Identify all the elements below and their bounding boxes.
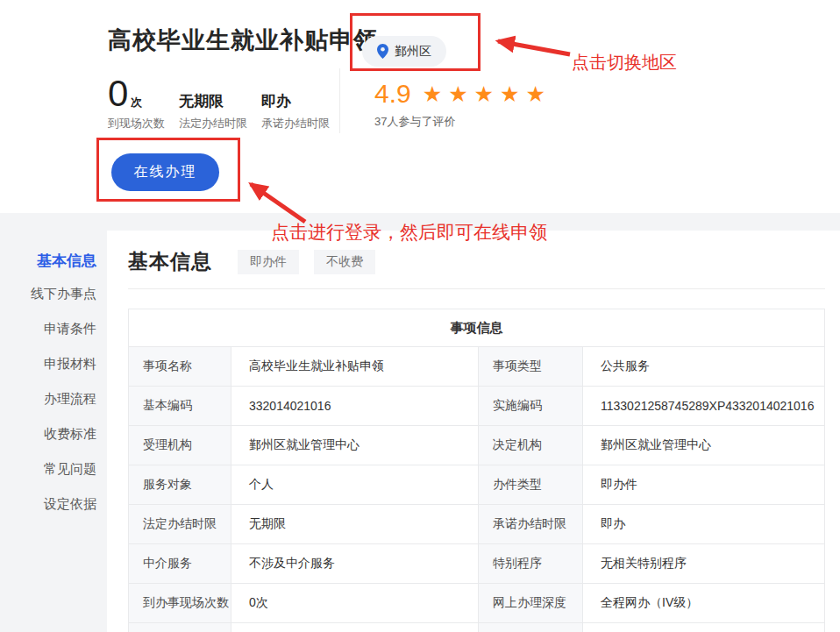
table-label-cell: 事项名称 [129,347,231,387]
stat-value-row: 无期限 [179,91,247,111]
table-row: 中介服务不涉及中介服务特别程序无相关特别程序 [129,544,825,584]
table-value-cell: 不涉及中介服务 [231,544,479,584]
star-icon: ★ [525,82,551,106]
stat-item: 无期限法定办结时限 [179,91,247,131]
table-label-cell: 到办事现场次数 [129,584,231,623]
region-selector[interactable]: 鄞州区 [362,36,446,67]
table-row: 受理机构鄞州区就业管理中心决定机构鄞州区就业管理中心 [129,426,825,465]
table-value-cell: 332014021016 [231,387,479,426]
table-value-cell: 全程网办（IV级） [583,584,825,623]
table-label-cell: 受理机构 [129,426,231,465]
section-title: 基本信息 [128,248,212,275]
sidebar-item-active[interactable]: 基本信息 [0,251,96,286]
table-value-cell: 高校毕业生就业补贴申领 [231,347,479,387]
table-label-cell: 法定办结时限 [129,505,231,544]
sidebar-item-link[interactable]: 办理流程 [0,391,96,426]
rating-score: 4.9 [374,79,411,109]
stat-label: 到现场次数 [108,116,165,131]
table-value-cell: 无相关特别程序 [583,544,825,584]
table-label-cell: 服务对象 [129,465,231,505]
sidebar-nav: 基本信息线下办事点申请条件申报材料办理流程收费标准常见问题设定依据 [0,213,107,531]
stat-value: 0 [108,77,128,111]
basic-info-panel: 基本信息 即办件不收费 事项信息 事项名称高校毕业生就业补贴申领事项类型公共服务… [107,231,840,632]
table-cell [479,623,583,632]
star-rating: ★★★★★ [423,83,552,105]
sidebar-item-link[interactable]: 常见问题 [0,461,96,496]
stat-unit: 次 [131,95,142,110]
sidebar-item-link[interactable]: 线下办事点 [0,286,96,321]
table-label-cell: 承诺办结时限 [479,505,583,544]
stat-item: 即办承诺办结时限 [261,91,330,131]
stat-value-row: 0次 [108,77,165,111]
star-icon: ★ [500,82,525,106]
stat-label: 承诺办结时限 [261,116,330,131]
table-label-cell: 网上办理深度 [479,584,583,623]
service-tag: 即办件 [238,250,299,274]
page-title: 高校毕业生就业补贴申领 [108,25,378,56]
table-row: 基本编码332014021016实施编码1133021258745289XP43… [129,387,825,426]
table-row: 事项名称高校毕业生就业补贴申领事项类型公共服务 [129,347,825,387]
stat-value: 即办 [261,91,291,111]
star-icon: ★ [423,82,448,106]
table-value-cell: 1133021258745289XP4332014021016 [583,387,825,426]
table-row: 到办事现场次数0次网上办理深度全程网办（IV级） [129,584,825,623]
table-value-cell: 个人 [231,465,479,505]
sidebar-item-link[interactable]: 申请条件 [0,321,96,356]
service-stats: 0次到现场次数无期限法定办结时限即办承诺办结时限 [108,77,330,131]
content-area: 基本信息线下办事点申请条件申报材料办理流程收费标准常见问题设定依据 基本信息 即… [0,213,840,632]
table-value-cell: 无期限 [231,505,479,544]
table-value-cell: 即办 [583,505,825,544]
table-value-cell: 鄞州区就业管理中心 [583,426,825,465]
table-value-cell: 鄞州区就业管理中心 [231,426,479,465]
item-info-table: 事项信息 事项名称高校毕业生就业补贴申领事项类型公共服务基本编码33201402… [128,309,825,632]
service-tags: 即办件不收费 [238,250,375,274]
table-value-cell: 公共服务 [583,347,825,387]
table-label-cell: 中介服务 [129,544,231,584]
table-label-cell: 基本编码 [129,387,231,426]
table-label-cell: 办件类型 [479,465,583,505]
star-icon: ★ [474,82,500,106]
table-label-cell: 特别程序 [479,544,583,584]
table-row-partial [129,623,825,632]
online-apply-button[interactable]: 在线办理 [111,153,219,191]
location-pin-icon [377,44,388,59]
table-label-cell: 决定机构 [479,426,583,465]
table-value-cell: 0次 [231,584,479,623]
sidebar-item-link[interactable]: 申报材料 [0,356,96,391]
table-cell [129,623,231,632]
table-title: 事项信息 [129,309,825,347]
stat-label: 法定办结时限 [179,116,247,131]
table-cell [231,623,479,632]
region-label: 鄞州区 [395,44,431,60]
table-row: 法定办结时限无期限承诺办结时限即办 [129,505,825,544]
table-label-cell: 事项类型 [479,347,583,387]
star-icon: ★ [448,82,473,106]
stat-value: 无期限 [179,91,224,111]
stat-item: 0次到现场次数 [108,77,165,131]
section-divider [128,288,825,289]
service-header: 高校毕业生就业补贴申领 鄞州区 0次到现场次数无期限法定办结时限即办承诺办结时限… [0,0,840,213]
table-value-cell: 即办件 [583,465,825,505]
sidebar-item-link[interactable]: 设定依据 [0,496,96,531]
service-tag: 不收费 [314,250,375,274]
vertical-divider [339,68,340,133]
table-cell [583,623,825,632]
table-row: 服务对象个人办件类型即办件 [129,465,825,505]
sidebar-item-link[interactable]: 收费标准 [0,426,96,461]
stat-value-row: 即办 [261,91,330,111]
rating-count: 37人参与了评价 [374,114,552,130]
rating-block: 4.9 ★★★★★ 37人参与了评价 [374,79,552,130]
table-label-cell: 实施编码 [479,387,583,426]
